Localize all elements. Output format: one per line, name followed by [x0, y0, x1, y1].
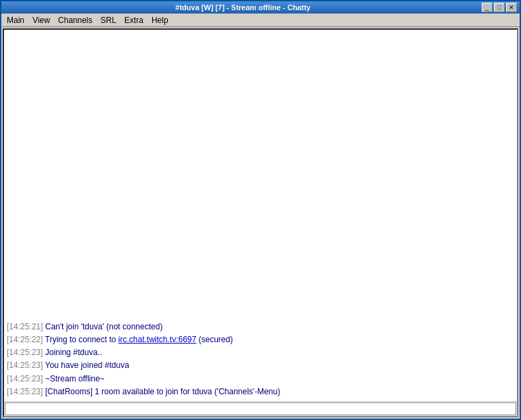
menu-extra[interactable]: Extra [120, 14, 148, 26]
list-item: [14:25:21] Can't join 'tduva' (not conne… [7, 321, 514, 333]
list-item: [14:25:23] Joining #tduva.. [7, 346, 514, 359]
content-area: [14:25:21] Can't join 'tduva' (not conne… [3, 28, 518, 417]
title-text: #tduva [W] [7] - Stream offline - Chatty [4, 3, 482, 11]
menu-bar: Main View Channels SRL Extra Help [1, 14, 520, 27]
menu-view[interactable]: View [28, 14, 54, 26]
maximize-button[interactable]: □ [494, 3, 505, 12]
close-button[interactable]: ✕ [506, 3, 517, 12]
menu-channels[interactable]: Channels [54, 14, 97, 26]
input-wrapper [4, 401, 517, 416]
menu-main[interactable]: Main [3, 14, 28, 26]
menu-help[interactable]: Help [148, 14, 173, 26]
minimize-button[interactable]: _ [482, 3, 493, 12]
list-item: [14:25:23] ~Stream offline~ [7, 373, 514, 386]
window-controls: _ □ ✕ [482, 3, 517, 12]
title-bar: #tduva [W] [7] - Stream offline - Chatty… [1, 1, 520, 14]
list-item: [14:25:23] You have joined #tduva [7, 359, 514, 372]
chat-input[interactable] [5, 402, 516, 415]
irc-link[interactable]: irc.chat.twitch.tv:6697 [118, 335, 196, 344]
main-window: #tduva [W] [7] - Stream offline - Chatty… [0, 0, 521, 420]
list-item: [14:25:23] [ChatRooms] 1 room available … [7, 386, 514, 398]
chat-messages: [14:25:21] Can't join 'tduva' (not conne… [4, 30, 517, 401]
list-item: [14:25:22] Trying to connect to irc.chat… [7, 333, 514, 346]
menu-srl[interactable]: SRL [97, 14, 120, 26]
